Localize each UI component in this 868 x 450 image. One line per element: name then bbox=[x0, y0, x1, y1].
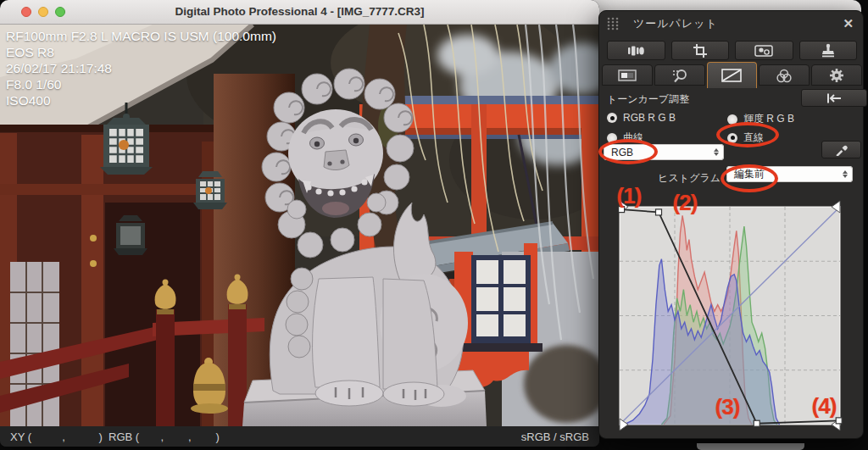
basic-adjustment-icon bbox=[618, 69, 637, 82]
close-icon[interactable]: ✕ bbox=[843, 16, 854, 31]
lens-icon bbox=[626, 44, 645, 58]
dust-delete-button[interactable] bbox=[735, 41, 793, 60]
photo-canvas[interactable]: RF100mm F2.8 L MACRO IS USM (100.0mm)EOS… bbox=[0, 25, 599, 426]
dust-delete-icon bbox=[754, 44, 773, 58]
annotation-oval-rgb bbox=[598, 139, 658, 164]
stepper-icon bbox=[843, 170, 848, 178]
gear-icon bbox=[828, 68, 845, 83]
curve-handle bbox=[656, 209, 662, 215]
annotation-3: (3) bbox=[706, 394, 748, 420]
curve-handle bbox=[754, 420, 760, 426]
tab-detail-adjustment[interactable] bbox=[654, 64, 705, 86]
lens-correction-button[interactable] bbox=[607, 41, 665, 60]
palette-title: ツールパレット bbox=[633, 16, 718, 31]
annotation-2: (2) bbox=[665, 190, 704, 216]
eyedropper-icon bbox=[835, 143, 849, 156]
annotation-1: (1) bbox=[609, 183, 648, 209]
screen: Digital Photo Professional 4 - [IMG_7777… bbox=[0, 0, 868, 450]
palette-titlebar[interactable]: ツールパレット ✕ bbox=[599, 11, 863, 36]
status-colorspace: sRGB / sRGB bbox=[521, 431, 589, 443]
status-bar: XY ( , ) RGB ( , , ) sRGB / sRGB bbox=[0, 426, 599, 447]
radio-rgb-mode-circle[interactable] bbox=[607, 113, 617, 123]
main-window: Digital Photo Professional 4 - [IMG_7777… bbox=[0, 0, 599, 447]
palette-toolbar bbox=[607, 41, 857, 60]
magnifier-grid-icon bbox=[670, 68, 689, 83]
palette-tabs bbox=[602, 64, 862, 86]
drag-grip-icon[interactable] bbox=[607, 17, 620, 31]
tab-settings[interactable] bbox=[811, 64, 862, 86]
tone-curve-plot[interactable] bbox=[620, 207, 840, 425]
tab-color-adjustment[interactable] bbox=[759, 64, 810, 86]
radio-rgb-mode-label: RGB R G B bbox=[623, 112, 676, 124]
crop-icon bbox=[693, 43, 708, 58]
crop-button[interactable] bbox=[671, 41, 730, 60]
tab-tone-curve[interactable] bbox=[707, 62, 758, 88]
eyedropper-button[interactable] bbox=[821, 141, 861, 158]
stamp-button[interactable] bbox=[799, 41, 858, 60]
status-xy-rgb: XY ( , ) RGB ( , , ) bbox=[10, 431, 220, 443]
radio-rgb-mode[interactable]: RGB R G B bbox=[607, 112, 676, 124]
annotation-oval-straight-line bbox=[716, 122, 779, 147]
background-window-sliver bbox=[697, 443, 804, 450]
reset-button[interactable] bbox=[801, 89, 867, 107]
tone-curve-icon bbox=[721, 68, 742, 83]
window-title: Digital Photo Professional 4 - [IMG_7777… bbox=[0, 5, 599, 18]
stamp-icon bbox=[821, 43, 836, 58]
stepper-icon bbox=[714, 148, 719, 156]
exif-overlay: RF100mm F2.8 L MACRO IS USM (100.0mm)EOS… bbox=[6, 28, 276, 108]
annotation-oval-before-edit bbox=[721, 164, 778, 192]
color-wheel-icon bbox=[775, 68, 793, 83]
tab-basic-adjustment[interactable] bbox=[602, 64, 653, 86]
window-titlebar[interactable]: Digital Photo Professional 4 - [IMG_7777… bbox=[0, 0, 599, 25]
section-title: トーンカーブ調整 bbox=[607, 92, 689, 107]
reset-arrow-icon bbox=[826, 92, 843, 104]
annotation-4: (4) bbox=[803, 393, 845, 419]
tool-palette-window: ツールパレット ✕ bbox=[598, 10, 864, 439]
histogram-chart bbox=[620, 207, 840, 425]
